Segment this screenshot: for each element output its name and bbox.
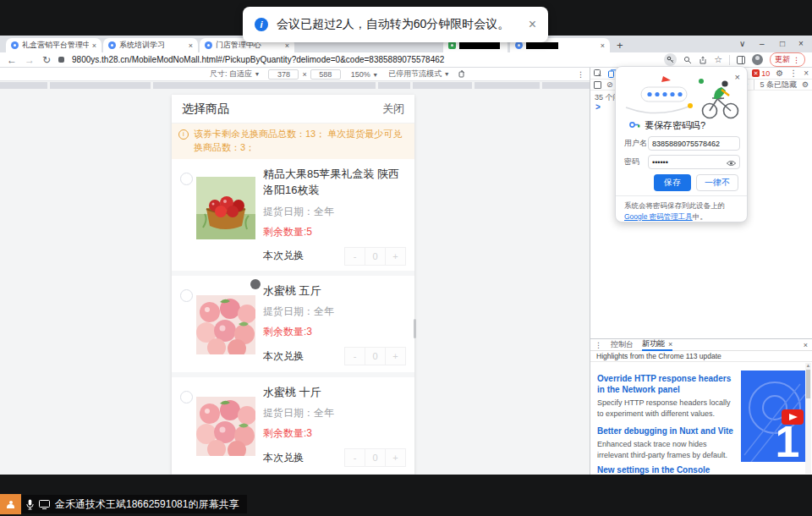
quantity-stepper: - 0 + [345,347,406,365]
password-field[interactable]: •••••• [648,155,740,169]
viewport-width-input[interactable] [268,69,299,80]
qty-plus-button[interactable]: + [385,448,406,467]
tab-label: 礼盒营销平台管理中心 [22,40,89,51]
window-close-button[interactable]: × [798,39,804,48]
tab-close-icon[interactable]: × [601,41,605,50]
qty-value[interactable]: 0 [365,347,386,365]
never-button[interactable]: 一律不 [696,174,738,191]
scrollbar-up-arrow[interactable]: ▲ [805,363,811,368]
device-size-label[interactable]: 尺寸: 自适应 ▼ [210,69,260,80]
password-key-icon[interactable] [664,53,677,66]
exchange-label: 本次兑换 [263,349,304,364]
notification-text: 会议已超过2人，自动转为60分钟限时会议。 [277,17,509,32]
screen-icon [39,500,50,509]
throttle-select[interactable]: 已停用节流模式 ▼ [388,69,449,80]
window-minimize-button[interactable]: – [760,39,765,48]
scrollbar-thumb[interactable] [806,370,810,398]
new-tab-button[interactable]: + [617,39,623,52]
bookmark-star-icon[interactable]: ☆ [714,55,722,64]
tab-favicon [515,41,523,49]
console-settings-icon[interactable]: ⚙ [802,80,809,89]
forward-icon[interactable]: → [25,55,35,65]
product-picker-modal: 选择商品 关闭 i 该券卡剩余兑换商品总数：13； 单次提货最少可兑换商品数：3… [172,95,414,475]
password-manager-link[interactable]: Google 密码管理工具 [624,212,693,221]
username-field[interactable]: 8385889075578462 [648,136,740,151]
product-name: 水蜜桃 五斤 [263,283,406,299]
console-prompt-chevron[interactable]: > [595,102,601,112]
whatsnew-link[interactable]: New settings in the Console [597,464,739,475]
drawer-scrollbar[interactable]: ▲ [805,363,811,474]
password-label: 密码 [624,156,648,167]
whatsnew-link[interactable]: Override HTTP response headers in the Ne… [597,373,739,395]
zoom-select[interactable]: 150% ▼ [351,70,378,79]
side-panel-icon[interactable] [737,56,745,64]
profile-avatar[interactable] [752,54,763,65]
error-count-badge[interactable]: ✕10 [752,69,770,78]
reload-icon[interactable]: ↻ [42,55,51,65]
info-icon: i [255,18,268,31]
tab-close-icon[interactable]: × [189,41,193,50]
save-button[interactable]: 保存 [654,174,691,191]
device-toolbar-menu-icon[interactable]: ⋮ [577,70,584,79]
product-radio[interactable] [180,173,193,185]
tab-whatsnew[interactable]: 新功能 × [642,339,672,351]
qty-value[interactable]: 0 [365,448,386,467]
show-password-eye-icon[interactable] [727,160,736,167]
redacted-label [459,42,500,49]
inspect-element-icon[interactable] [594,69,602,78]
share-icon[interactable] [699,56,707,64]
drawer-header: Highlights from the Chrome 113 update [590,351,812,362]
tab-close-icon[interactable]: × [668,340,672,349]
tab-console[interactable]: 控制台 [611,339,634,350]
tab-favicon [11,41,19,49]
participant-indicator[interactable] [0,494,21,514]
page-scrollbar-thumb[interactable] [414,319,416,338]
modal-close-button[interactable]: 关闭 [382,102,404,117]
rotate-icon[interactable] [458,70,467,78]
product-radio[interactable] [180,289,193,302]
pickup-date: 提货日期：全年 [263,205,406,219]
browser-window: 礼盒营销平台管理中心 × 系统培训学习 × 门店管理中心 × × + ∨ – □… [0,36,812,475]
update-button[interactable]: 更新 ⋮ [770,52,805,67]
kebab-menu-icon[interactable]: ⋮ [793,56,800,64]
qty-minus-button[interactable]: - [344,347,365,365]
cyclist-illustration [619,75,746,119]
qty-plus-button[interactable]: + [385,247,406,266]
drawer-close-icon[interactable]: × [804,341,808,349]
pickup-date: 提货日期：全年 [263,406,406,420]
tab-close-icon[interactable]: × [92,41,96,50]
svg-text:1: 1 [776,417,800,462]
qty-minus-button[interactable]: - [344,247,365,266]
username-label: 用户名 [624,138,648,149]
qty-minus-button[interactable]: - [344,448,365,467]
back-icon[interactable]: ← [7,55,17,65]
whatsnew-body: Enhanced stack trace now hides irrelevan… [597,439,737,460]
window-maximize-button[interactable]: □ [780,39,785,48]
notification-close-icon[interactable]: × [529,17,536,32]
tab-gift-platform[interactable]: 礼盒营销平台管理中心 × [6,38,102,52]
site-info-icon[interactable] [58,57,64,63]
console-sidebar-icon[interactable] [594,81,601,89]
zoom-icon[interactable] [683,56,692,64]
whatsnew-video-thumbnail[interactable]: 1 [741,371,805,462]
qty-plus-button[interactable]: + [385,347,406,365]
tab-favicon [108,41,116,49]
microphone-icon [26,499,34,510]
password-manager-key-icon [629,121,640,129]
update-label: 更新 [775,54,790,65]
divider [616,195,747,196]
tab-close-icon[interactable]: × [285,41,289,50]
qty-value[interactable]: 0 [365,247,386,266]
devtools-menu-icon[interactable]: ⋮ [789,69,798,78]
meeting-notification: i 会议已超过2人，自动转为60分钟限时会议。 × [243,7,548,42]
drawer-menu-icon[interactable]: ⋮ [595,341,602,349]
window-menu-icon[interactable]: ∨ [739,39,745,48]
product-radio[interactable] [180,391,193,403]
tab-training[interactable]: 系统培训学习 × [103,38,198,52]
devtools-settings-icon[interactable]: ⚙ [776,69,783,78]
clear-console-icon[interactable]: ⊘ [606,80,613,89]
viewport-height-input[interactable] [310,69,341,80]
whatsnew-link[interactable]: Better debugging in Nuxt and Vite [597,425,739,436]
url-text[interactable]: 9800ys.th28.cn/MobileModNoMall.html#/Pic… [72,55,656,64]
devtools-close-icon[interactable]: × [804,69,809,78]
